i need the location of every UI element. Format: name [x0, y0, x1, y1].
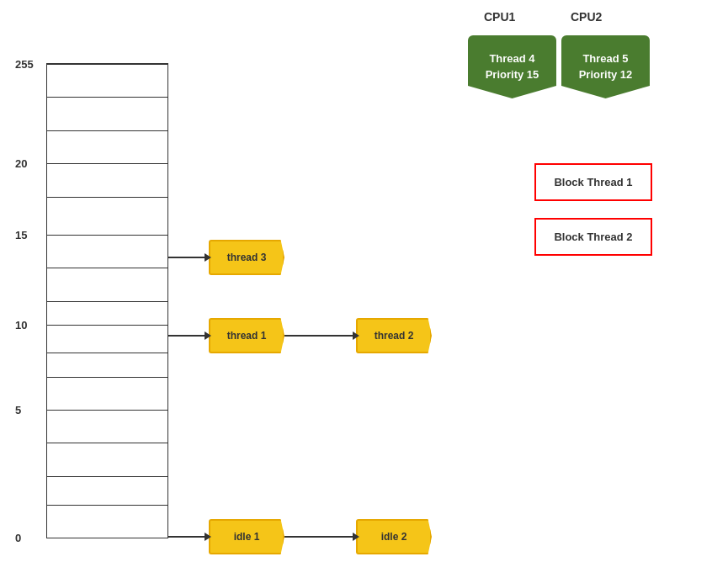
cpu1-banner: Thread 4Priority 15 — [468, 35, 556, 98]
scale-255: 255 — [15, 58, 34, 71]
thread3-label: thread 3 — [227, 252, 267, 263]
thread1-label: thread 1 — [227, 330, 267, 342]
priority-scale: 255 20 15 10 5 0 — [46, 63, 168, 538]
cpu2-label: CPU2 — [571, 10, 602, 24]
idle2-label: idle 2 — [381, 531, 407, 543]
idle2-flag: idle 2 — [356, 519, 432, 554]
cpu2-banner-text: Thread 5Priority 12 — [579, 51, 633, 82]
cpu1-banner-text: Thread 4Priority 15 — [486, 51, 539, 82]
idle1-label: idle 1 — [234, 531, 260, 543]
scale-15: 15 — [15, 228, 27, 241]
thread2-flag: thread 2 — [356, 318, 432, 353]
block-thread-1-label: Block Thread 1 — [554, 176, 632, 188]
arrow-idle1-to-idle2 — [284, 536, 354, 538]
thread3-flag: thread 3 — [209, 240, 284, 275]
scale-0: 0 — [15, 532, 21, 544]
scale-20: 20 — [15, 157, 27, 170]
arrow-thread1 — [168, 335, 206, 337]
block-thread-2-label: Block Thread 2 — [554, 231, 632, 243]
scale-5: 5 — [15, 403, 21, 416]
arrow-idle1 — [168, 536, 206, 538]
scale-10: 10 — [15, 318, 27, 331]
cpu1-label: CPU1 — [484, 10, 515, 24]
thread2-label: thread 2 — [375, 330, 414, 342]
idle1-flag: idle 1 — [209, 519, 284, 554]
block-thread-2-box[interactable]: Block Thread 2 — [534, 218, 652, 256]
cpu2-banner: Thread 5Priority 12 — [561, 35, 650, 98]
arrow-thread3 — [168, 257, 206, 258]
arrow-thread1-to-thread2 — [284, 335, 354, 337]
thread1-flag: thread 1 — [209, 318, 284, 353]
block-thread-1-box[interactable]: Block Thread 1 — [534, 163, 652, 201]
